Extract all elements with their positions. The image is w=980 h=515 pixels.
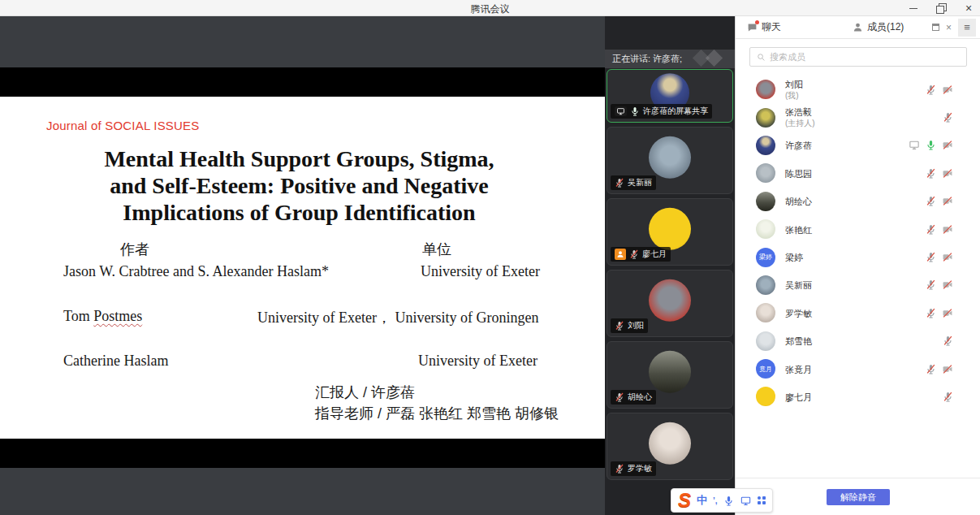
video-tile[interactable]: 罗学敏 <box>607 413 733 480</box>
restore-icon[interactable] <box>936 3 946 13</box>
ime-toolbar: S 中 ’, <box>671 488 773 513</box>
tile-label: 刘阳 <box>611 318 648 333</box>
member-name: 张竟月 <box>785 365 812 374</box>
member-status <box>926 279 953 290</box>
mic-muted-icon <box>926 168 936 179</box>
mic-muted-icon <box>943 335 953 346</box>
member-name: 胡绘心 <box>785 197 812 206</box>
chat-icon <box>747 22 758 32</box>
member-row[interactable]: 张艳红 <box>736 215 980 243</box>
ime-keyboard-icon[interactable] <box>740 496 752 506</box>
member-name: 刘阳 <box>785 80 803 89</box>
member-row[interactable]: 张浩毅(主持人) <box>736 103 980 131</box>
mic-on-icon <box>926 140 936 150</box>
author2-affiliation: University of Exeter， University of Gron… <box>257 308 538 327</box>
member-status <box>926 364 953 374</box>
mic-muted-icon <box>615 178 624 188</box>
ime-language-toggle[interactable]: 中 <box>697 493 707 508</box>
ime-punctuation-toggle[interactable]: ’, <box>713 496 718 505</box>
member-name: 张艳红 <box>785 225 812 235</box>
close-icon[interactable]: × <box>964 3 974 13</box>
ime-toolbox-icon[interactable] <box>758 496 766 504</box>
mic-muted-icon <box>926 308 936 318</box>
avatar <box>756 80 775 99</box>
panel-controls: × ≡ <box>932 19 980 37</box>
tab-chat[interactable]: 聊天 <box>739 16 844 39</box>
ime-voice-icon[interactable] <box>723 496 734 506</box>
panel-menu-icon[interactable]: ≡ <box>958 19 976 37</box>
camera-off-icon <box>942 84 953 95</box>
search-input[interactable] <box>770 52 960 62</box>
member-status <box>943 392 953 402</box>
shared-screen-stage: Journal of SOCIAL ISSUES Mental Health S… <box>0 16 605 515</box>
member-search[interactable] <box>749 47 967 67</box>
member-row[interactable]: 陈思园 <box>736 159 980 187</box>
member-row[interactable]: 刘阳(我) <box>736 76 980 103</box>
author2-name: Tom Postmes <box>63 308 142 325</box>
member-status <box>943 335 953 346</box>
camera-off-icon <box>942 252 953 262</box>
member-row[interactable]: 竟月 张竟月 <box>736 355 980 383</box>
avatar <box>649 279 691 321</box>
screenshare-icon <box>909 140 920 150</box>
window-title: 腾讯会议 <box>0 2 980 16</box>
participant-name: 胡绘心 <box>628 392 652 403</box>
member-status <box>926 224 953 235</box>
video-tile[interactable]: 刘阳 <box>607 270 733 337</box>
screenshare-icon <box>615 106 627 116</box>
member-row[interactable]: 许彦蓓 <box>736 132 980 159</box>
mic-muted-icon <box>926 364 936 374</box>
slide-letterbox-bottom <box>0 439 605 468</box>
minimize-icon[interactable] <box>909 3 918 13</box>
mic-muted-icon <box>926 279 936 290</box>
video-tile[interactable]: 廖七月 <box>607 198 733 266</box>
member-role: (我) <box>785 91 799 100</box>
member-list: 刘阳(我) 张浩毅(主持人) 许彦蓓 陈思园 <box>736 76 980 411</box>
avatar: 竟月 <box>756 359 775 379</box>
mic-muted-icon <box>926 196 936 206</box>
tab-members-label: 成员(12) <box>867 20 904 34</box>
video-tile-screenshare[interactable]: 许彦蓓的屏幕共享 <box>607 69 733 123</box>
member-row[interactable]: 郑雪艳 <box>736 327 980 355</box>
author2-name-flagged: Postmes <box>93 308 142 324</box>
member-row[interactable]: 梁婷 梁婷 <box>736 243 980 270</box>
member-status <box>926 308 953 318</box>
unmute-button[interactable]: 解除静音 <box>827 489 890 505</box>
popout-panel-icon[interactable] <box>932 24 939 31</box>
camera-off-icon <box>942 308 953 318</box>
camera-off-icon <box>942 279 953 290</box>
member-status <box>926 196 953 206</box>
participant-name: 罗学敏 <box>628 463 652 474</box>
avatar <box>649 207 691 249</box>
tab-chat-label: 聊天 <box>762 20 781 34</box>
slide-title: Mental Health Support Groups, Stigma, an… <box>0 145 598 226</box>
video-tile[interactable]: 胡绘心 <box>607 341 733 409</box>
author1-name: Jason W. Crabtree and S. Alexander Hasla… <box>63 263 329 280</box>
avatar <box>649 136 691 178</box>
avatar <box>756 192 775 211</box>
avatar <box>649 350 691 392</box>
mic-muted-icon <box>926 224 936 235</box>
author2-name-prefix: Tom <box>63 308 93 324</box>
member-row[interactable]: 罗学敏 <box>736 299 980 327</box>
member-row[interactable]: 胡绘心 <box>736 188 980 215</box>
members-icon <box>853 22 863 32</box>
tile-label: 胡绘心 <box>611 390 656 405</box>
member-status <box>909 140 953 150</box>
sogou-logo-icon[interactable]: S <box>678 491 691 510</box>
member-name: 罗学敏 <box>785 309 812 318</box>
close-panel-icon[interactable]: × <box>946 22 952 33</box>
avatar <box>756 163 775 183</box>
member-row[interactable]: 吴新丽 <box>736 271 980 299</box>
tab-members[interactable]: 成员(12) <box>844 16 926 39</box>
avatar <box>756 331 775 351</box>
side-panel: 聊天 成员(12) × ≡ 刘阳(我) 张浩毅(主持人) <box>735 16 980 515</box>
member-row[interactable]: 廖七月 <box>736 383 980 410</box>
participant-name: 吴新丽 <box>628 177 652 188</box>
avatar: 梁婷 <box>756 248 775 267</box>
tile-label: 许彦蓓的屏幕共享 <box>611 104 712 119</box>
video-tile[interactable]: 吴新丽 <box>607 127 733 194</box>
avatar <box>756 275 775 295</box>
avatar <box>756 108 775 128</box>
mic-muted-icon <box>615 464 624 474</box>
